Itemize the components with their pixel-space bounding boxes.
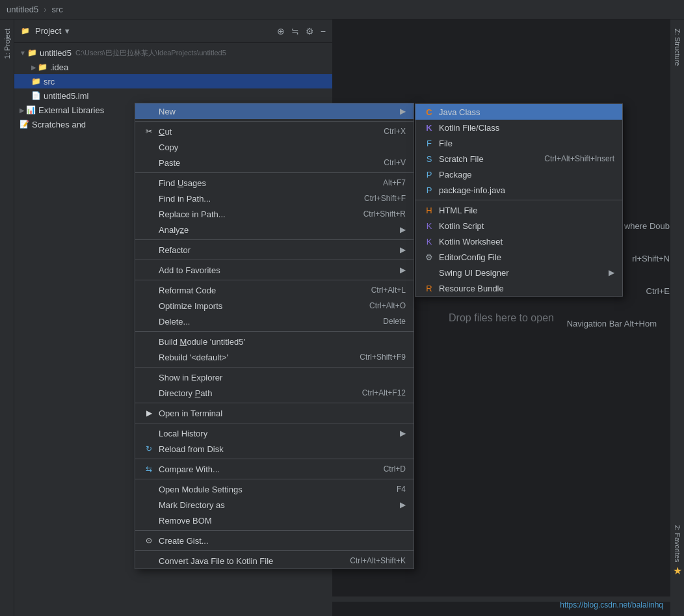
delete-label: Delete... (159, 317, 370, 327)
java-class-label: Java Class (439, 107, 614, 117)
locate-icon[interactable]: ⊕ (277, 26, 285, 36)
submenu-kotlin-script[interactable]: K Kotlin Script (415, 218, 622, 234)
minimize-icon[interactable]: − (321, 26, 326, 36)
mark-dir-arrow: ▶ (400, 500, 406, 509)
new-icon (143, 105, 155, 117)
analyze-label: Analyze (159, 225, 397, 235)
optimize-label: Optimize Imports (159, 301, 356, 311)
menu-item-module-settings[interactable]: Open Module Settings F4 (135, 481, 414, 497)
submenu-resource-bundle[interactable]: R Resource Bundle (415, 280, 622, 296)
submenu-kotlin-file[interactable]: K Kotlin File/Class (415, 120, 622, 135)
menu-item-rebuild[interactable]: Rebuild '<default>' Ctrl+Shift+F9 (135, 349, 414, 365)
kotlin-file-label: Kotlin File/Class (439, 123, 614, 133)
terminal-icon: ▶ (143, 407, 155, 419)
reload-label: Reload from Disk (159, 444, 406, 454)
project-label[interactable]: Project (35, 26, 61, 36)
menu-item-find-path[interactable]: Find in Path... Ctrl+Shift+F (135, 191, 414, 206)
sidebar-item-project[interactable]: 1: Project (2, 26, 12, 61)
menu-item-delete[interactable]: Delete... Delete (135, 314, 414, 329)
optimize-icon (143, 300, 155, 312)
module-settings-icon (143, 483, 155, 495)
tree-label-scratches: Scratches and (32, 120, 86, 129)
dir-path-icon (143, 387, 155, 399)
menu-item-new[interactable]: New ▶ C Java Class K Kotlin File/Class F… (135, 103, 414, 119)
submenu-scratch-file[interactable]: S Scratch File Ctrl+Alt+Shift+Insert (415, 151, 622, 167)
submenu-java-class[interactable]: C Java Class (415, 104, 622, 120)
submenu-sep1 (415, 200, 622, 200)
menu-item-reload[interactable]: ↻ Reload from Disk (135, 441, 414, 457)
submenu-editorconfig[interactable]: ⚙ EditorConfig File (415, 249, 622, 265)
project-dropdown-arrow[interactable]: ▾ (65, 26, 70, 36)
replace-path-shortcut: Ctrl+Shift+R (363, 209, 406, 219)
right-tabs: Z: Structure 2: Favorites ★ (670, 20, 684, 616)
menu-item-copy[interactable]: Copy (135, 139, 414, 155)
tree-item-iml[interactable]: 📄 untitled5.iml (14, 88, 332, 103)
menu-item-terminal[interactable]: ▶ Open in Terminal (135, 405, 414, 421)
menu-sep8 (135, 403, 414, 403)
remove-bom-label: Remove BOM (159, 516, 406, 526)
resource-icon: R (423, 282, 435, 294)
menu-item-build-module[interactable]: Build Module 'untitled5' (135, 334, 414, 349)
swing-icon (423, 267, 435, 278)
menu-item-reformat[interactable]: Reformat Code Ctrl+Alt+L (135, 282, 414, 298)
tree-item-idea[interactable]: ▶ 📁 .idea (14, 60, 332, 74)
favorites-star-icon[interactable]: ★ (672, 565, 683, 577)
menu-item-create-gist[interactable]: ⊙ Create Gist... (135, 533, 414, 548)
reload-icon: ↻ (143, 443, 155, 455)
create-gist-label: Create Gist... (159, 536, 406, 546)
gist-icon: ⊙ (143, 535, 155, 546)
context-menu: New ▶ C Java Class K Kotlin File/Class F… (135, 103, 414, 569)
settings-icon[interactable]: ⚙ (306, 26, 314, 36)
copy-icon (143, 141, 155, 153)
compare-shortcut: Ctrl+D (384, 464, 406, 474)
menu-item-cut[interactable]: ✂ Cut Ctrl+X (135, 124, 414, 139)
tree-path-untitled5: C:\Users\巴拉巴拉林某人\IdeaProjects\untitled5 (75, 48, 226, 58)
rebuild-icon (143, 351, 155, 363)
menu-item-show-explorer[interactable]: Show in Explorer (135, 369, 414, 385)
reformat-icon (143, 284, 155, 296)
menu-item-remove-bom[interactable]: Remove BOM (135, 513, 414, 528)
submenu-package-info[interactable]: P package-info.java (415, 182, 622, 198)
menu-item-analyze[interactable]: Analyze ▶ (135, 222, 414, 237)
menu-item-mark-dir[interactable]: Mark Directory as ▶ (135, 497, 414, 513)
breadcrumb-sep1: › (44, 5, 46, 14)
show-explorer-label: Show in Explorer (159, 373, 406, 382)
package-icon: P (423, 168, 435, 180)
menu-item-add-favorites[interactable]: Add to Favorites ▶ (135, 262, 414, 278)
menu-item-optimize[interactable]: Optimize Imports Ctrl+Alt+O (135, 298, 414, 314)
menu-item-refactor[interactable]: Refactor ▶ (135, 242, 414, 258)
folder-icon-idea: 📁 (38, 62, 47, 72)
expand-arrow-ext: ▶ (20, 107, 25, 114)
tree-item-untitled5[interactable]: ▼ 📁 untitled5 C:\Users\巴拉巴拉林某人\IdeaProje… (14, 46, 332, 60)
menu-item-directory-path[interactable]: Directory Path Ctrl+Alt+F12 (135, 385, 414, 401)
sidebar-item-structure[interactable]: Z: Structure (672, 26, 683, 68)
menu-item-paste[interactable]: Paste Ctrl+V (135, 155, 414, 170)
submenu-kotlin-worksheet[interactable]: K Kotlin Worksheet (415, 234, 622, 249)
kotlin-script-label: Kotlin Script (439, 221, 614, 231)
submenu-html[interactable]: H HTML File (415, 202, 622, 218)
submenu-package[interactable]: P Package (415, 167, 622, 182)
menu-sep4 (135, 260, 414, 260)
ctrl-shift-n-hint: rl+Shift+N (632, 254, 670, 263)
package-label: Package (439, 170, 614, 180)
scroll-bar[interactable] (14, 596, 684, 602)
menu-item-compare[interactable]: ⇆ Compare With... Ctrl+D (135, 461, 414, 477)
menu-item-convert-kotlin[interactable]: Convert Java File to Kotlin File Ctrl+Al… (135, 553, 414, 569)
sidebar-item-favorites[interactable]: 2: Favorites (672, 522, 683, 565)
scratch-file-label: Scratch File (439, 154, 544, 164)
submenu-file[interactable]: F File (415, 135, 622, 151)
menu-item-replace-path[interactable]: Replace in Path... Ctrl+Shift+R (135, 206, 414, 222)
tree-item-src[interactable]: 📁 src (14, 74, 332, 88)
menu-item-local-history[interactable]: Local History ▶ (135, 425, 414, 441)
menu-item-find-usages[interactable]: Find Usages Alt+F7 (135, 175, 414, 191)
kotlin-worksheet-label: Kotlin Worksheet (439, 237, 614, 247)
submenu-swing-ui[interactable]: Swing UI Designer ▶ (415, 265, 622, 280)
collapse-icon[interactable]: ≒ (291, 26, 299, 36)
swing-label: Swing UI Designer (439, 268, 606, 278)
html-icon: H (423, 204, 435, 216)
build-label: Build Module 'untitled5' (159, 337, 406, 347)
paste-shortcut: Ctrl+V (384, 158, 406, 167)
url-bar: https://blog.csdn.net/balalinhq (560, 600, 663, 609)
favorites-label: Add to Favorites (159, 265, 397, 275)
convert-kotlin-icon (143, 555, 155, 567)
